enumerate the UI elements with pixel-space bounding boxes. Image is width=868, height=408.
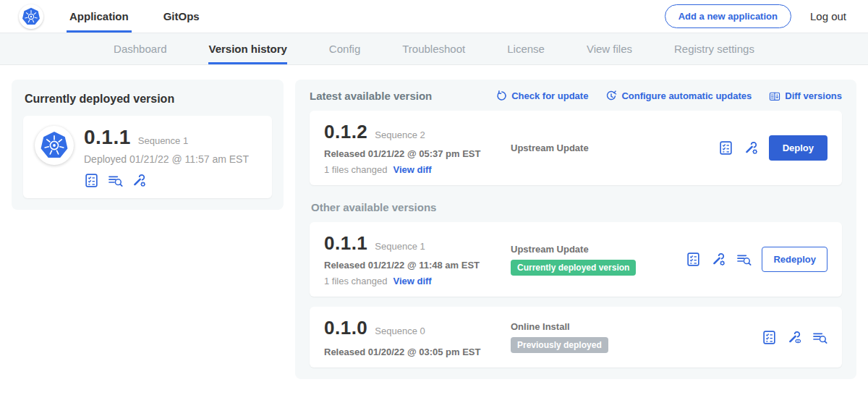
version-card-0-1-1: 0.1.1 Sequence 1 Released 01/21/22 @ 11:… <box>310 222 842 297</box>
other-versions-title: Other available versions <box>311 201 841 213</box>
release-notes-icon[interactable] <box>718 140 733 156</box>
deploy-button[interactable]: Deploy <box>769 135 827 161</box>
app-header: Application GitOps Add a new application… <box>0 0 868 33</box>
tab-gitops[interactable]: GitOps <box>161 0 203 33</box>
view-diff-link[interactable]: View diff <box>393 276 431 286</box>
tab-application[interactable]: Application <box>67 0 132 33</box>
subnav-version-history[interactable]: Version history <box>208 33 286 64</box>
version-source: Upstream Update <box>511 244 686 255</box>
deployed-panel-title: Currently deployed version <box>25 93 271 106</box>
preflight-icon[interactable] <box>812 330 827 345</box>
release-notes-icon[interactable] <box>762 330 777 345</box>
kubernetes-logo-icon <box>19 4 43 29</box>
version-number: 0.1.2 <box>324 121 367 143</box>
released-timestamp: Released 01/21/22 @ 11:48 am EST <box>324 260 505 271</box>
header-tabs: Application GitOps <box>67 0 231 33</box>
diff-versions-label: Diff versions <box>785 90 842 101</box>
version-number: 0.1.0 <box>324 317 367 339</box>
deployed-version-card: 0.1.1 Sequence 1 Deployed 01/21/22 @ 11:… <box>23 116 272 198</box>
sequence-label: Sequence 1 <box>375 241 425 252</box>
logout-button[interactable]: Log out <box>810 10 846 22</box>
preflight-icon[interactable] <box>108 173 123 188</box>
version-card-0-1-2: 0.1.2 Sequence 2 Released 01/21/22 @ 05:… <box>310 111 842 185</box>
version-source: Online Install <box>511 321 762 332</box>
currently-deployed-badge: Currently deployed version <box>511 260 636 276</box>
deployed-version-number: 0.1.1 <box>84 126 131 149</box>
files-changed-label: 1 files changed <box>324 164 387 175</box>
app-kubernetes-icon <box>35 126 74 165</box>
check-for-update-label: Check for update <box>511 90 588 101</box>
config-view-icon[interactable] <box>787 330 802 345</box>
version-number: 0.1.1 <box>324 232 367 255</box>
subnav-dashboard[interactable]: Dashboard <box>114 33 166 64</box>
preflight-icon[interactable] <box>736 252 752 267</box>
app-subnav: Dashboard Version history Config Trouble… <box>0 33 868 65</box>
add-application-button[interactable]: Add a new application <box>665 4 791 28</box>
sequence-label: Sequence 0 <box>375 326 425 336</box>
version-history-panel: Latest available version Check for updat… <box>295 80 856 379</box>
deployed-sequence-label: Sequence 1 <box>138 135 188 146</box>
schedule-icon <box>605 90 617 102</box>
refresh-icon <box>495 90 507 102</box>
subnav-license[interactable]: License <box>507 33 545 64</box>
latest-version-title: Latest available version <box>310 90 432 102</box>
check-for-update-link[interactable]: Check for update <box>495 90 588 102</box>
subnav-view-files[interactable]: View files <box>587 33 632 64</box>
subnav-registry-settings[interactable]: Registry settings <box>674 33 754 64</box>
diff-icon <box>769 90 780 102</box>
sequence-label: Sequence 2 <box>375 129 425 140</box>
configure-updates-link[interactable]: Configure automatic updates <box>605 90 752 102</box>
release-notes-icon[interactable] <box>686 252 701 267</box>
subnav-config[interactable]: Config <box>329 33 360 64</box>
view-diff-link[interactable]: View diff <box>393 164 431 175</box>
version-card-0-1-0: 0.1.0 Sequence 0 Released 01/20/22 @ 03:… <box>310 307 842 367</box>
config-icon[interactable] <box>744 140 759 156</box>
release-notes-icon[interactable] <box>84 173 99 188</box>
config-icon[interactable] <box>711 252 726 267</box>
currently-deployed-panel: Currently deployed version <box>12 80 284 210</box>
version-source: Upstream Update <box>511 143 718 153</box>
previously-deployed-badge: Previously deployed <box>511 337 608 353</box>
subnav-troubleshoot[interactable]: Troubleshoot <box>402 33 465 64</box>
diff-versions-link[interactable]: Diff versions <box>769 90 842 102</box>
deployed-timestamp: Deployed 01/21/22 @ 11:57 am EST <box>84 153 249 165</box>
released-timestamp: Released 01/21/22 @ 05:37 pm EST <box>324 148 505 159</box>
config-icon[interactable] <box>132 173 147 188</box>
redeploy-button[interactable]: Redeploy <box>762 247 827 272</box>
released-timestamp: Released 01/20/22 @ 03:05 pm EST <box>324 347 505 357</box>
configure-updates-label: Configure automatic updates <box>621 90 752 101</box>
files-changed-label: 1 files changed <box>324 276 387 286</box>
